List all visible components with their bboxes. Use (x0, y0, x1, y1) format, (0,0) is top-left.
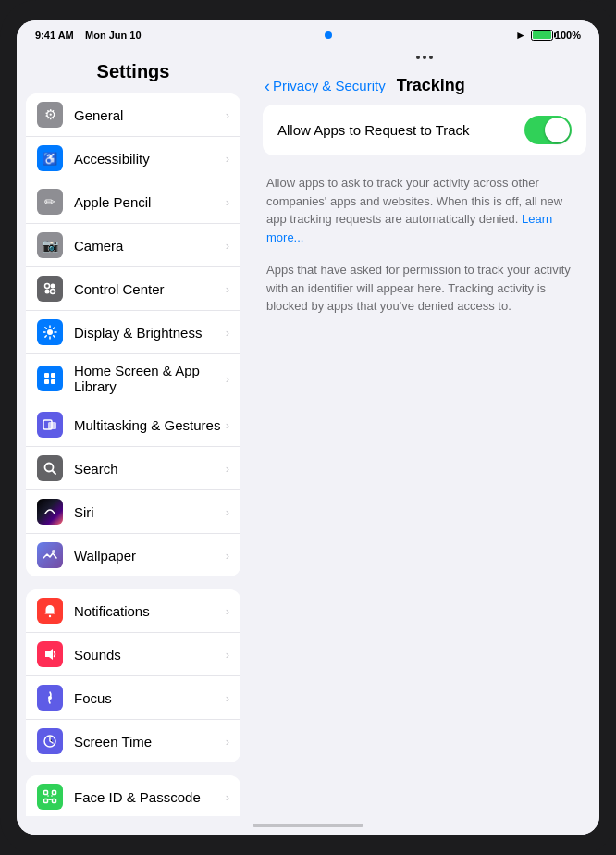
sidebar-item-face-id[interactable]: Face ID & Passcode › (26, 775, 240, 816)
sidebar-item-focus[interactable]: Focus › (26, 676, 240, 720)
sidebar-section-2: Notifications › Sounds › (26, 589, 240, 762)
tracking-description-2: Apps that have asked for permission to t… (263, 261, 586, 316)
sidebar-item-search[interactable]: Search › (26, 447, 240, 490)
general-label: General (74, 107, 222, 123)
toggle-knob (545, 118, 570, 142)
dot1 (416, 56, 420, 59)
svg-line-20 (53, 471, 56, 475)
notifications-icon (37, 598, 63, 624)
accessibility-label: Accessibility (74, 151, 222, 167)
svg-rect-15 (44, 379, 49, 384)
chevron-icon: › (226, 462, 229, 476)
svg-point-4 (47, 329, 53, 335)
control-center-label: Control Center (74, 281, 222, 297)
battery-icon: 100% (531, 30, 581, 41)
description2-text: Apps that have asked for permission to t… (266, 261, 583, 316)
svg-rect-27 (53, 791, 56, 795)
chevron-icon: › (226, 418, 229, 432)
battery-pct: 100% (555, 30, 581, 41)
main-content: Settings ⚙ General › ♿ Accessibility › ✏ (17, 48, 599, 816)
sidebar-item-camera[interactable]: 📷 Camera › (26, 224, 240, 267)
home-bar (253, 824, 363, 827)
face-id-label: Face ID & Passcode (74, 789, 222, 805)
screen-time-label: Screen Time (74, 734, 222, 750)
notifications-label: Notifications (74, 603, 222, 619)
description1-text: Allow apps to ask to track your activity… (266, 176, 562, 226)
sidebar-item-control-center[interactable]: Control Center › (26, 267, 240, 311)
status-bar: 9:41 AM Mon Jun 10 ► 100% (17, 20, 599, 48)
wallpaper-icon (37, 542, 63, 568)
sounds-label: Sounds (74, 647, 222, 663)
siri-label: Siri (74, 504, 222, 520)
detail-page-title: Tracking (397, 76, 465, 95)
sidebar-item-wallpaper[interactable]: Wallpaper › (26, 534, 240, 576)
sidebar-item-home-screen[interactable]: Home Screen & App Library › (26, 354, 240, 403)
tracking-description-1: Allow apps to ask to track your activity… (263, 174, 586, 246)
sidebar-item-apple-pencil[interactable]: ✏ Apple Pencil › (26, 180, 240, 224)
camera-label: Camera (74, 238, 222, 254)
svg-rect-18 (48, 422, 56, 429)
battery-fill (533, 31, 551, 39)
apple-pencil-label: Apple Pencil (74, 194, 222, 210)
search-label: Search (74, 461, 222, 477)
sidebar-item-display-brightness[interactable]: Display & Brightness › (26, 311, 240, 354)
focus-label: Focus (74, 690, 222, 706)
sidebar-section-1: ⚙ General › ♿ Accessibility › ✏ Apple Pe… (26, 93, 240, 576)
status-dot (325, 31, 332, 39)
detail-header: ‹ Privacy & Security Tracking (250, 63, 599, 105)
sidebar-item-screen-time[interactable]: Screen Time › (26, 720, 240, 762)
chevron-icon: › (226, 282, 229, 296)
allow-apps-label: Allow Apps to Request to Track (277, 122, 524, 138)
svg-point-1 (51, 284, 55, 289)
camera-icon: 📷 (37, 232, 63, 258)
svg-point-2 (45, 290, 50, 294)
multitasking-icon (37, 412, 63, 438)
sidebar-item-sounds[interactable]: Sounds › (26, 633, 240, 676)
sidebar-section-3: Face ID & Passcode › Privacy & Security … (26, 775, 240, 816)
sidebar[interactable]: Settings ⚙ General › ♿ Accessibility › ✏ (17, 48, 250, 816)
allow-apps-row[interactable]: Allow Apps to Request to Track (263, 105, 586, 155)
tracking-toggle-section: Allow Apps to Request to Track (263, 105, 586, 155)
chevron-icon: › (226, 239, 229, 253)
siri-icon (37, 499, 63, 525)
svg-point-30 (47, 795, 49, 797)
sidebar-title: Settings (17, 48, 250, 93)
display-brightness-icon (37, 319, 63, 345)
wallpaper-label: Wallpaper (74, 548, 222, 564)
chevron-icon: › (226, 195, 229, 209)
back-button[interactable]: ‹ Privacy & Security (265, 78, 386, 94)
svg-rect-14 (51, 373, 55, 378)
home-screen-label: Home Screen & App Library (74, 363, 222, 394)
allow-apps-toggle[interactable] (524, 116, 572, 144)
apple-pencil-icon: ✏ (37, 189, 63, 215)
chevron-icon: › (226, 604, 229, 618)
svg-rect-13 (44, 373, 49, 378)
chevron-icon: › (226, 108, 229, 122)
date: Mon Jun 10 (85, 30, 142, 41)
chevron-icon: › (226, 691, 229, 705)
svg-rect-26 (44, 791, 48, 795)
multitasking-label: Multitasking & Gestures (74, 417, 222, 433)
home-indicator (17, 816, 599, 835)
sidebar-item-siri[interactable]: Siri › (26, 490, 240, 534)
svg-rect-28 (44, 799, 48, 803)
chevron-icon: › (226, 549, 229, 563)
sidebar-item-notifications[interactable]: Notifications › (26, 589, 240, 633)
svg-point-31 (51, 795, 53, 797)
sidebar-item-general[interactable]: ⚙ General › (26, 93, 240, 137)
time: 9:41 AM (35, 30, 74, 41)
svg-rect-29 (53, 799, 56, 803)
device-frame: 9:41 AM Mon Jun 10 ► 100% Settings (0, 0, 616, 855)
sounds-icon (37, 641, 63, 667)
chevron-icon: › (226, 735, 229, 749)
search-icon (37, 455, 63, 481)
dot2 (423, 56, 426, 59)
sidebar-item-multitasking[interactable]: Multitasking & Gestures › (26, 403, 240, 447)
face-id-icon (37, 784, 63, 810)
control-center-icon (37, 276, 63, 302)
svg-rect-16 (51, 379, 55, 384)
sidebar-item-accessibility[interactable]: ♿ Accessibility › (26, 137, 240, 180)
dot3 (429, 56, 433, 59)
battery-bar (531, 30, 553, 41)
svg-point-3 (51, 290, 55, 294)
